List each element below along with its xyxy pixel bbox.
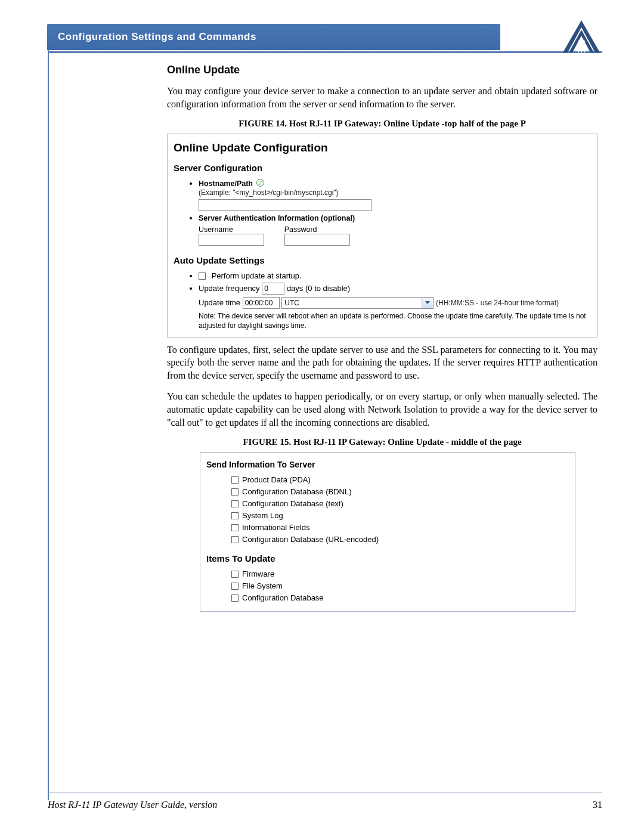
page-header: Configuration Settings and Commands: [48, 24, 602, 53]
send-item-5: Configuration Database (URL-encoded): [242, 535, 379, 544]
hostname-label: Hostname/Path: [199, 179, 253, 188]
pda-checkbox[interactable]: [231, 476, 239, 484]
time-pre-label: Update time: [199, 298, 240, 307]
username-label: Username: [199, 225, 233, 234]
freq-post-label: days (0 to disable): [287, 284, 350, 293]
server-config-subtitle: Server Configuration: [174, 163, 591, 173]
update-item-0: Firmware: [242, 569, 274, 578]
items-update-title: Items To Update: [206, 553, 569, 563]
perform-startup-checkbox[interactable]: [199, 272, 206, 280]
header-title: Configuration Settings and Commands: [58, 31, 256, 43]
left-rule: [48, 24, 49, 800]
page: Configuration Settings and Commands Onli…: [0, 0, 644, 833]
header-underline: [48, 51, 602, 53]
username-input[interactable]: [199, 234, 264, 246]
send-item-4: Informational Fields: [242, 523, 309, 532]
page-number: 31: [593, 800, 602, 810]
firmware-checkbox[interactable]: [231, 571, 239, 578]
cfg-url-checkbox[interactable]: [231, 536, 239, 543]
update-item-2: Configuration Database: [242, 593, 324, 602]
filesystem-checkbox[interactable]: [231, 583, 239, 590]
timezone-value: UTC: [284, 299, 299, 307]
auto-update-subtitle: Auto Update Settings: [174, 255, 591, 265]
perform-startup-item: Perform update at startup.: [199, 271, 591, 280]
chevron-down-icon: [425, 301, 430, 304]
update-item-1: File System: [242, 581, 283, 590]
figure15-box: Send Information To Server Product Data …: [200, 452, 575, 612]
para2: To configure updates, first, select the …: [167, 343, 597, 382]
password-input[interactable]: [284, 234, 350, 246]
password-label: Password: [284, 225, 317, 234]
footer-title: Host RJ-11 IP Gateway User Guide, versio…: [48, 800, 217, 810]
figure14-caption: FIGURE 14. Host RJ-11 IP Gateway: Online…: [167, 119, 597, 129]
hostname-item: Hostname/Path ? (Example: "<my_host>/cgi…: [199, 179, 591, 211]
perform-startup-label: Perform update at startup.: [212, 271, 302, 280]
update-frequency-item: Update frequency days (0 to disable): [199, 283, 591, 295]
figure14-box: Online Update Configuration Server Confi…: [167, 134, 597, 337]
update-note: Note: The device server will reboot when…: [199, 311, 591, 330]
cfg-text-checkbox[interactable]: [231, 500, 239, 507]
syslog-checkbox[interactable]: [231, 512, 239, 519]
send-item-1: Configuration Database (BDNL): [242, 487, 352, 496]
frequency-input[interactable]: [262, 283, 284, 295]
send-item-0: Product Data (PDA): [242, 475, 311, 484]
hostname-input[interactable]: [199, 199, 371, 211]
timezone-select[interactable]: UTC: [281, 297, 434, 309]
fig14-title: Online Update Configuration: [174, 141, 591, 154]
info-fields-checkbox[interactable]: [231, 524, 239, 531]
update-time-input[interactable]: [243, 297, 280, 309]
section-heading: Online Update: [167, 64, 597, 76]
bdnl-checkbox[interactable]: [231, 488, 239, 496]
intro-paragraph: You may configure your device server to …: [167, 85, 597, 110]
figure15-caption: FIGURE 15. Host RJ-11 IP Gateway: Online…: [167, 437, 597, 447]
help-icon[interactable]: ?: [256, 179, 264, 187]
auth-item: Server Authentication Information (optio…: [199, 213, 591, 246]
send-item-2: Configuration Database (text): [242, 499, 343, 508]
send-info-list: Product Data (PDA) Configuration Databas…: [231, 475, 569, 544]
brand-logo-icon: [561, 19, 602, 55]
footer-rule: [48, 792, 602, 792]
page-footer: Host RJ-11 IP Gateway User Guide, versio…: [48, 800, 602, 810]
send-info-title: Send Information To Server: [206, 460, 569, 469]
time-hint: (HH:MM:SS - use 24-hour time format): [436, 299, 559, 307]
para3: You can schedule the updates to happen p…: [167, 390, 597, 429]
update-items-list: Firmware File System Configuration Datab…: [231, 569, 569, 602]
header-title-bar: Configuration Settings and Commands: [47, 24, 500, 50]
update-time-row: Update time UTC (HH:MM:SS - use 24-hour …: [199, 297, 591, 309]
freq-pre-label: Update frequency: [199, 284, 260, 293]
hostname-example: (Example: "<my_host>/cgi-bin/myscript.cg…: [199, 188, 339, 197]
main-content: Online Update You may configure your dev…: [167, 64, 597, 612]
send-item-3: System Log: [242, 511, 283, 520]
auth-label: Server Authentication Information (optio…: [199, 214, 355, 222]
cfg-db-checkbox[interactable]: [231, 594, 239, 602]
